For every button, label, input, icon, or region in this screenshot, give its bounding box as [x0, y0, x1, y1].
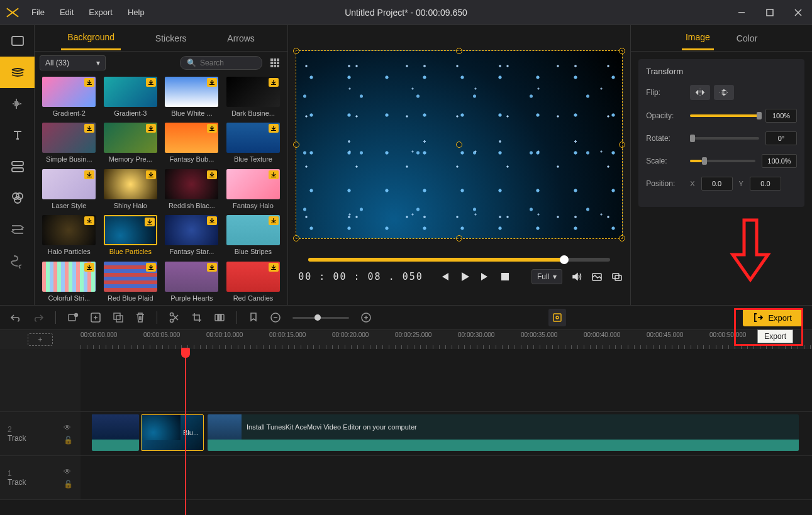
- library-item[interactable]: Purple Hearts: [162, 262, 221, 302]
- snapshot-button[interactable]: [591, 271, 603, 282]
- menu-file[interactable]: File: [25, 1, 51, 23]
- export-button[interactable]: Export: [743, 309, 802, 326]
- stop-button[interactable]: [500, 272, 510, 282]
- delete-button[interactable]: [135, 312, 145, 323]
- sidebar-templates[interactable]: [0, 151, 35, 182]
- visibility-icon[interactable]: 👁: [64, 423, 73, 432]
- library-item[interactable]: Simple Busin...: [40, 123, 99, 163]
- lock-icon[interactable]: 🔓: [64, 480, 73, 489]
- sidebar-media[interactable]: [0, 25, 35, 57]
- fullscreen-button[interactable]: [611, 271, 623, 282]
- resize-handle[interactable]: [456, 235, 462, 241]
- library-item[interactable]: Blue Texture: [224, 123, 283, 163]
- library-item[interactable]: Fantasy Halo: [224, 169, 283, 210]
- preview-canvas[interactable]: [296, 50, 623, 239]
- zoom-in-button[interactable]: [360, 312, 372, 323]
- library-item[interactable]: Blue Stripes: [224, 215, 283, 256]
- add-media-button[interactable]: [90, 312, 101, 323]
- minimize-button[interactable]: [727, 0, 755, 25]
- resize-handle[interactable]: [293, 48, 299, 54]
- track-header-1[interactable]: 1 Track 👁 🔓: [0, 456, 81, 499]
- audio-button[interactable]: [571, 271, 582, 282]
- library-item[interactable]: Memory Pre...: [101, 123, 160, 163]
- sidebar-backgrounds[interactable]: [0, 57, 35, 88]
- track-header[interactable]: [0, 349, 81, 411]
- zoom-dropdown[interactable]: Full ▾: [531, 269, 562, 284]
- library-item[interactable]: Blue Particles: [101, 215, 160, 256]
- rotate-input[interactable]: [765, 131, 797, 145]
- sidebar-animations[interactable]: [0, 245, 35, 277]
- tab-image[interactable]: Image: [682, 26, 714, 50]
- scale-input[interactable]: [762, 154, 797, 168]
- undo-button[interactable]: [10, 313, 21, 323]
- sidebar-audio[interactable]: [0, 88, 35, 119]
- resize-handle[interactable]: [456, 48, 462, 54]
- menu-export[interactable]: Export: [82, 1, 119, 23]
- library-item[interactable]: Red Blue Plaid: [101, 262, 160, 302]
- close-button[interactable]: [784, 0, 812, 25]
- flip-vertical-button[interactable]: [714, 85, 734, 100]
- marker-button[interactable]: [248, 312, 259, 323]
- sidebar-filters[interactable]: [0, 182, 35, 214]
- library-item[interactable]: Gradient-3: [101, 77, 160, 118]
- search-box[interactable]: 🔍: [180, 56, 262, 70]
- library-item[interactable]: Dark Busine...: [224, 77, 283, 118]
- resize-handle[interactable]: [619, 48, 625, 54]
- library-item[interactable]: Reddish Blac...: [162, 169, 221, 210]
- search-input[interactable]: [200, 58, 250, 67]
- clip-tutorial[interactable]: Install TunesKit AceMovi Video Editor on…: [208, 414, 799, 451]
- position-x-input[interactable]: [701, 177, 733, 191]
- zoom-out-button[interactable]: [270, 312, 281, 323]
- clip-blue-particles[interactable]: Blu...: [141, 414, 204, 451]
- tab-arrows[interactable]: Arrows: [221, 27, 261, 50]
- library-item[interactable]: Fantasy Star...: [162, 215, 221, 256]
- library-item[interactable]: Colorful Stri...: [40, 262, 99, 302]
- position-y-input[interactable]: [750, 177, 781, 191]
- playhead[interactable]: [185, 349, 186, 515]
- next-frame-button[interactable]: [480, 271, 491, 282]
- tab-background[interactable]: Background: [61, 26, 121, 50]
- library-item[interactable]: Fantasy Bub...: [162, 123, 221, 163]
- timeline-zoom-slider[interactable]: [292, 317, 349, 319]
- resize-handle[interactable]: [293, 235, 299, 241]
- maximize-button[interactable]: [755, 0, 784, 25]
- tab-stickers[interactable]: Stickers: [149, 27, 193, 50]
- speed-button[interactable]: [214, 312, 225, 323]
- menu-help[interactable]: Help: [121, 1, 151, 23]
- visibility-icon[interactable]: 👁: [64, 467, 73, 476]
- sidebar-text[interactable]: [0, 119, 35, 151]
- add-track-button[interactable]: +: [28, 333, 53, 346]
- library-item[interactable]: Shiny Halo: [101, 169, 160, 210]
- tab-color[interactable]: Color: [733, 27, 761, 50]
- library-item[interactable]: Gradient-2: [40, 77, 99, 118]
- filter-dropdown[interactable]: All (33) ▾: [40, 55, 106, 70]
- record-button[interactable]: [67, 312, 79, 323]
- crop-button[interactable]: [191, 312, 203, 323]
- opacity-input[interactable]: [765, 109, 797, 123]
- center-handle[interactable]: [456, 141, 462, 148]
- resize-handle[interactable]: [619, 141, 625, 148]
- resize-handle[interactable]: [619, 235, 625, 241]
- split-button[interactable]: [169, 312, 180, 323]
- library-item[interactable]: Laser Style: [40, 169, 99, 210]
- seek-bar[interactable]: [308, 258, 610, 262]
- settings-button[interactable]: [548, 309, 566, 326]
- grid-view-button[interactable]: [267, 55, 282, 70]
- play-button[interactable]: [459, 270, 471, 283]
- clip-intro[interactable]: [92, 414, 139, 451]
- rotate-slider[interactable]: [690, 137, 759, 140]
- library-item[interactable]: Blue White ...: [162, 77, 221, 118]
- prev-frame-button[interactable]: [438, 271, 450, 282]
- menu-edit[interactable]: Edit: [53, 1, 80, 23]
- scale-slider[interactable]: [690, 160, 755, 162]
- duplicate-button[interactable]: [113, 312, 124, 323]
- track-header-2[interactable]: 2 Track 👁 🔓: [0, 412, 81, 455]
- lock-icon[interactable]: 🔓: [64, 436, 73, 445]
- opacity-slider[interactable]: [690, 114, 759, 117]
- resize-handle[interactable]: [293, 141, 299, 148]
- library-item[interactable]: Red Candies: [224, 262, 283, 302]
- seek-thumb[interactable]: [560, 255, 569, 264]
- sidebar-transitions[interactable]: [0, 214, 35, 245]
- library-item[interactable]: Halo Particles: [40, 215, 99, 256]
- redo-button[interactable]: [33, 313, 44, 323]
